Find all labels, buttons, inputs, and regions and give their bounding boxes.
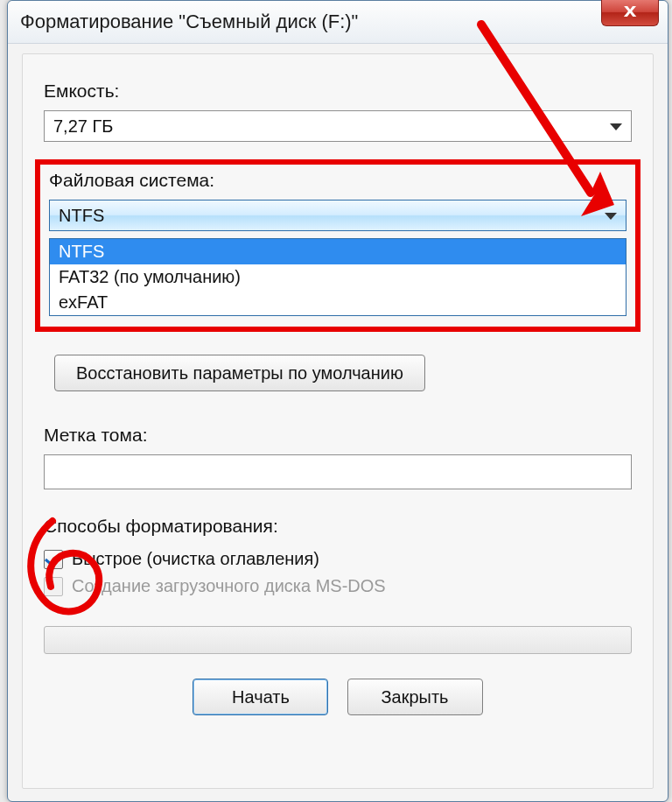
dialog-content: Емкость: 7,27 ГБ Файловая система: NTFS … <box>22 53 654 789</box>
capacity-select[interactable]: 7,27 ГБ <box>44 110 632 142</box>
close-button[interactable]: Закрыть <box>347 679 483 715</box>
filesystem-highlight: Файловая система: NTFS NTFS FAT32 (по ум… <box>35 159 640 332</box>
format-options-label: Способы форматирования: <box>44 516 632 537</box>
restore-defaults-button[interactable]: Восстановить параметры по умолчанию <box>54 355 425 391</box>
filesystem-select[interactable]: NTFS <box>49 200 626 231</box>
quick-format-label: Быстрое (очистка оглавления) <box>72 549 319 569</box>
msdos-boot-checkbox <box>44 577 63 596</box>
capacity-label: Емкость: <box>44 81 632 102</box>
msdos-boot-row: Создание загрузочного диска MS-DOS <box>44 576 632 596</box>
filesystem-option-fat32[interactable]: FAT32 (по умолчанию) <box>50 264 626 290</box>
titlebar: Форматирование "Съемный диск (F:)" x <box>8 1 668 44</box>
quick-format-checkbox[interactable] <box>44 550 63 569</box>
close-icon: x <box>624 0 637 22</box>
filesystem-label: Файловая система: <box>49 170 626 191</box>
volume-label-label: Метка тома: <box>44 425 632 446</box>
format-dialog: Форматирование "Съемный диск (F:)" x Емк… <box>7 0 668 802</box>
window-title: Форматирование "Съемный диск (F:)" <box>20 11 358 32</box>
filesystem-option-exfat[interactable]: exFAT <box>50 290 626 315</box>
filesystem-listbox[interactable]: NTFS FAT32 (по умолчанию) exFAT <box>49 238 626 316</box>
msdos-boot-label: Создание загрузочного диска MS-DOS <box>72 576 386 596</box>
chevron-down-icon <box>605 213 617 220</box>
filesystem-option-ntfs[interactable]: NTFS <box>50 239 626 264</box>
volume-label-input[interactable] <box>44 454 632 489</box>
restore-defaults-wrap: Восстановить параметры по умолчанию <box>44 355 632 391</box>
filesystem-value: NTFS <box>59 206 104 225</box>
start-button[interactable]: Начать <box>192 679 328 715</box>
dialog-buttons: Начать Закрыть <box>44 679 632 715</box>
capacity-value: 7,27 ГБ <box>53 116 113 136</box>
chevron-down-icon <box>610 123 622 130</box>
quick-format-row: Быстрое (очистка оглавления) <box>44 549 632 569</box>
format-progress-bar <box>44 626 632 654</box>
close-window-button[interactable]: x <box>601 0 659 26</box>
